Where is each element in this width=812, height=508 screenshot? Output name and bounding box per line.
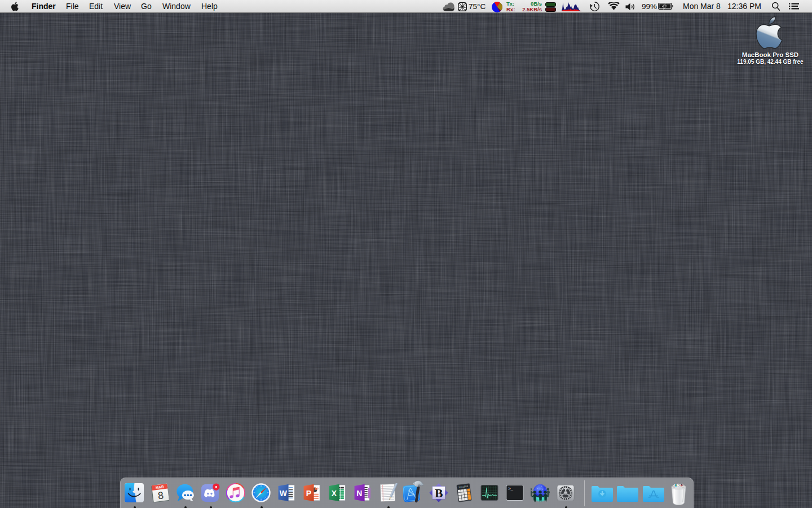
svg-text:P: P [306,489,311,498]
svg-text:B: B [435,487,443,500]
svg-text:N: N [356,489,362,498]
svg-text:W: W [280,489,288,498]
svg-text:>_: >_ [508,486,513,491]
svg-text:X: X [332,489,337,498]
